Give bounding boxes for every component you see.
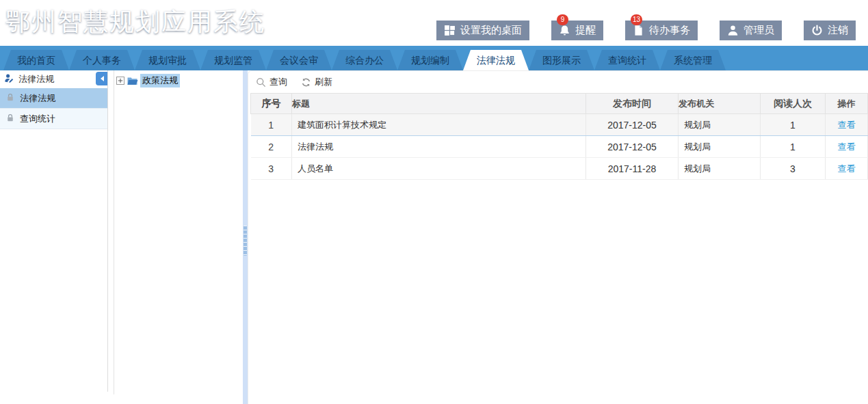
tab[interactable]: 会议会审 [266,50,332,70]
tab-label: 规划编制 [411,55,449,66]
cell-reads: 1 [761,136,826,158]
reminder-badge: 9 [557,14,568,25]
col-header-no[interactable]: 序号 [251,94,292,114]
tab[interactable]: 规划编制 [397,50,463,70]
table-row[interactable]: 3 人员名单 2017-11-28 规划局 3 查看 [251,158,868,180]
main-panel: 查询 刷新 序号 标题 发布时间 发布机关 阅读人次 操作 [248,70,868,404]
tab-label: 查询统计 [608,55,646,66]
view-link[interactable]: 查看 [838,120,856,130]
tree-panel: 政策法规 [114,70,243,404]
tab[interactable]: 系统管理 [660,50,726,70]
table-row[interactable]: 1 建筑面积计算技术规定 2017-12-05 规划局 1 查看 [251,114,868,136]
reminder-label: 提醒 [575,24,596,37]
todo-label: 待办事务 [649,24,690,37]
sidebar-title: 法律法规 [18,73,54,85]
cell-no: 3 [251,158,292,180]
cell-no: 2 [251,136,292,158]
logout-label: 注销 [828,24,848,37]
cell-org: 规划局 [679,114,761,136]
refresh-button[interactable]: 刷新 [301,76,332,88]
desktop-grid-icon [444,25,456,36]
table-row[interactable]: 2 法律法规 2017-12-05 规划局 1 查看 [251,136,868,158]
todo-button[interactable]: 13 待办事务 [625,21,698,40]
cell-reads: 1 [761,114,826,136]
refresh-label: 刷新 [315,76,332,88]
col-header-action[interactable]: 操作 [826,94,868,114]
view-link[interactable]: 查看 [838,163,856,174]
tab[interactable]: 规划监管 [200,50,266,70]
laws-table: 序号 标题 发布时间 发布机关 阅读人次 操作 1 建筑面积计算技术规定 [250,93,868,180]
main-tabbar: 我的首页 个人事务 规划审批 规划监管 会议会审 综合办公 规划编制 法律法规 … [0,46,868,70]
set-desktop-label: 设置我的桌面 [460,24,522,37]
panel-splitter[interactable] [243,70,248,404]
cell-date: 2017-12-05 [586,136,679,158]
tab-label: 系统管理 [674,55,712,66]
sidebar-header: 法律法规 [0,70,108,88]
sidebar-item-query-stats[interactable]: 查询统计 [0,109,108,129]
tree-node-policy[interactable]: 政策法规 [116,74,243,87]
content-area: 法律法规 法律法规 查询统计 政策法规 [0,70,868,404]
col-header-title[interactable]: 标题 [292,94,586,114]
tab-label: 我的首页 [17,55,55,66]
cell-title: 人员名单 [292,158,586,180]
query-label: 查询 [269,76,287,88]
expand-plus-icon[interactable] [116,77,124,85]
app-title: 鄂州智慧规划应用系统 [5,5,265,39]
refresh-icon [301,77,311,87]
power-icon [811,25,823,36]
tab[interactable]: 个人事务 [69,50,135,70]
col-header-org[interactable]: 发布机关 [679,94,761,114]
sidebar-item-label: 法律法规 [20,92,55,105]
grid-toolbar: 查询 刷新 [250,71,868,93]
folder-open-icon [127,76,138,86]
tab[interactable]: 综合办公 [332,50,397,70]
tab[interactable]: 我的首页 [3,50,69,70]
tab-label: 会议会审 [280,55,318,66]
cell-org: 规划局 [679,158,761,180]
bell-icon [559,25,570,36]
tab[interactable]: 查询统计 [594,50,660,70]
panel-gap [108,70,114,404]
user-label: 管理员 [744,24,774,37]
tab-label: 个人事务 [83,55,121,66]
table-body: 1 建筑面积计算技术规定 2017-12-05 规划局 1 查看 2 法律法规 … [251,114,868,180]
splitter-handle[interactable] [244,226,247,256]
tab-label: 规划监管 [214,55,252,66]
cell-title: 建筑面积计算技术规定 [292,114,586,136]
table-header-row: 序号 标题 发布时间 发布机关 阅读人次 操作 [251,94,868,114]
user-icon [727,25,739,36]
tab[interactable]: 规划审批 [135,50,200,70]
user-button[interactable]: 管理员 [720,21,782,40]
tab-label: 法律法规 [477,55,515,66]
cell-date: 2017-12-05 [586,114,679,136]
search-icon [256,77,266,87]
cell-no: 1 [251,114,292,136]
todo-badge: 13 [631,14,642,25]
tab[interactable]: 图形展示 [529,50,594,70]
cell-date: 2017-11-28 [586,158,679,180]
lock-icon [5,92,15,105]
cell-title: 法律法规 [292,136,586,158]
tab-label: 综合办公 [345,55,384,66]
query-button[interactable]: 查询 [256,76,287,88]
sidebar-item-laws[interactable]: 法律法规 [0,88,108,109]
tab-label: 图形展示 [542,55,581,66]
lock-icon [5,113,15,125]
reminder-button[interactable]: 9 提醒 [551,21,603,40]
logout-button[interactable]: 注销 [804,21,856,40]
sidebar-collapse-button[interactable] [96,72,107,85]
set-desktop-button[interactable]: 设置我的桌面 [436,21,529,40]
tab-label: 规划审批 [148,55,187,66]
col-header-date[interactable]: 发布时间 [586,94,679,114]
app-header: 鄂州智慧规划应用系统 设置我的桌面 9 提醒 13 待办事务 管理员 [0,0,868,46]
tab[interactable]: 法律法规 [463,50,529,70]
tree-node-label: 政策法规 [140,74,180,87]
view-link[interactable]: 查看 [838,142,856,152]
col-header-reads[interactable]: 阅读人次 [761,94,826,114]
sidebar: 法律法规 法律法规 查询统计 [0,70,108,404]
cell-org: 规划局 [679,136,761,158]
user-edit-icon [4,73,14,86]
sidebar-item-label: 查询统计 [20,113,55,125]
header-actions: 设置我的桌面 9 提醒 13 待办事务 管理员 注销 [436,21,856,40]
document-icon [633,25,644,36]
